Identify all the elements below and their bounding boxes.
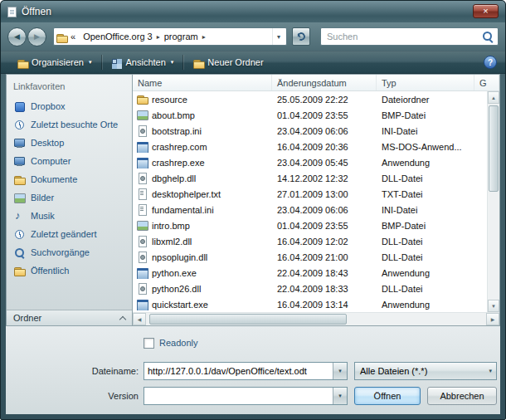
breadcrumb-folder-icon xyxy=(56,32,66,42)
version-label: Version xyxy=(6,391,139,401)
filename-input[interactable] xyxy=(144,366,333,376)
scroll-down-button[interactable]: ▼ xyxy=(488,300,499,312)
file-row-resource[interactable]: resource25.05.2009 22:22Dateiordner xyxy=(133,91,487,107)
file-row-desktophelper-txt[interactable]: desktophelper.txt27.01.2009 13:00TXT-Dat… xyxy=(133,186,487,202)
file-row-crashrep-exe[interactable]: crashrep.exe23.04.2009 05:45Anwendung xyxy=(133,154,487,170)
breadcrumb-item-openoffice-org-3[interactable]: OpenOffice.org 3 xyxy=(80,32,156,42)
file-date: 16.04.2009 20:36 xyxy=(272,142,377,152)
search-input[interactable] xyxy=(325,31,482,42)
file-row-intro-bmp[interactable]: intro.bmp01.04.2009 23:55BMP-Datei xyxy=(133,217,487,233)
monitor-icon xyxy=(13,155,26,168)
file-row-python-exe[interactable]: python.exe22.04.2009 18:43Anwendung xyxy=(133,265,487,281)
file-date: 23.04.2009 06:06 xyxy=(272,126,377,136)
file-date: 23.04.2009 06:06 xyxy=(272,205,377,215)
file-row-dbghelp-dll[interactable]: dbghelp.dll14.12.2002 12:32DLL-Datei xyxy=(133,170,487,186)
sidebar-item-computer[interactable]: Computer xyxy=(7,152,132,170)
file-row-libxml2-dll[interactable]: libxml2.dll16.04.2009 12:02DLL-Datei xyxy=(133,233,487,249)
file-date: 16.04.2009 21:00 xyxy=(272,252,377,262)
file-row-bootstrap-ini[interactable]: bootstrap.ini23.04.2009 06:06INI-Datei xyxy=(133,123,487,139)
column-header-g[interactable]: G xyxy=(474,75,499,90)
views-button[interactable]: Ansichten ▾ xyxy=(104,55,182,71)
file-row-quickstart-exe[interactable]: quickstart.exe16.04.2009 13:14Anwendung xyxy=(133,296,487,312)
titlebar[interactable]: Öffnen × xyxy=(1,1,505,22)
horizontal-scroll-track[interactable] xyxy=(146,313,486,325)
breadcrumb-separator-icon[interactable]: ▸ xyxy=(202,33,207,41)
sidebar-item-suchvorgaenge[interactable]: Suchvorgänge xyxy=(7,243,132,261)
file-row-crashrep-com[interactable]: crashrep.com16.04.2009 20:36MS-DOS-Anwen… xyxy=(133,139,487,154)
column-header-typ[interactable]: Typ xyxy=(377,75,474,90)
back-button[interactable]: ◀ xyxy=(7,27,27,46)
folders-expander[interactable]: Ordner xyxy=(7,310,132,325)
file-list: resource25.05.2009 22:22Dateiordnerabout… xyxy=(133,91,499,312)
forward-button[interactable]: ▶ xyxy=(27,27,46,46)
file-name: about.bmp xyxy=(152,110,195,120)
sidebar-item-bilder[interactable]: Bilder xyxy=(7,188,132,207)
scroll-left-button[interactable]: ◀ xyxy=(133,313,146,325)
file-date: 23.04.2009 05:45 xyxy=(272,158,377,168)
sidebar-item-oeffentlich[interactable]: Öffentlich xyxy=(7,261,132,280)
horizontal-scroll-thumb[interactable] xyxy=(149,314,347,325)
file-list-header: NameÄnderungsdatumTypG xyxy=(133,75,499,91)
file-date: 22.04.2009 18:43 xyxy=(272,268,377,278)
sidebar-item-musik[interactable]: Musik xyxy=(7,207,132,225)
breadcrumb[interactable]: « OpenOffice.org 3▸program▸ ▾ xyxy=(53,27,287,46)
breadcrumb-overflow-chevron[interactable]: « xyxy=(68,32,78,42)
scroll-up-button[interactable]: ▲ xyxy=(488,91,499,104)
magnifier-icon xyxy=(13,247,26,259)
cancel-button[interactable]: Abbrechen xyxy=(427,387,497,405)
file-list-rows: resource25.05.2009 22:22Dateiordnerabout… xyxy=(133,91,487,312)
file-name-cell: npsoplugin.dll xyxy=(133,251,272,263)
organize-button[interactable]: Organisieren ▾ xyxy=(9,55,100,71)
new-folder-icon xyxy=(192,57,203,68)
file-type: INI-Datei xyxy=(377,205,474,215)
version-input[interactable] xyxy=(144,391,333,401)
search-icon xyxy=(482,31,494,42)
sidebar-items: DropboxZuletzt besuchte OrteDesktopCompu… xyxy=(7,95,132,310)
new-folder-button[interactable]: Neuer Ordner xyxy=(185,55,270,71)
version-dropdown-button[interactable]: ▾ xyxy=(333,388,347,404)
column-header-name[interactable]: Name xyxy=(133,75,272,90)
scroll-right-button[interactable]: ▶ xyxy=(486,313,499,325)
sidebar-item-desktop[interactable]: Desktop xyxy=(7,134,132,152)
search-box[interactable] xyxy=(320,27,499,46)
file-row-npsoplugin-dll[interactable]: npsoplugin.dll16.04.2009 21:00DLL-Datei xyxy=(133,249,487,265)
txt-icon xyxy=(136,188,148,200)
gear-icon xyxy=(136,282,148,295)
readonly-row: Readonly xyxy=(144,336,500,349)
file-date: 27.01.2009 13:00 xyxy=(272,189,377,199)
sidebar-item-zuletzt-geaendert[interactable]: Zuletzt geändert xyxy=(7,225,132,243)
filetype-select[interactable]: Alle Dateien (*.*) ▾ xyxy=(354,362,497,380)
scroll-right-icon: ▶ xyxy=(491,316,495,322)
breadcrumb-item-program[interactable]: program xyxy=(161,32,202,42)
open-button[interactable]: Öffnen xyxy=(354,387,421,405)
breadcrumb-dropdown-button[interactable]: ▾ xyxy=(272,28,285,45)
file-type: DLL-Datei xyxy=(377,252,474,262)
vertical-scroll-track[interactable] xyxy=(488,104,499,300)
filename-combobox[interactable]: ▾ xyxy=(144,362,348,380)
sidebar-item-label: Suchvorgänge xyxy=(31,247,90,257)
file-name-cell: about.bmp xyxy=(133,109,272,121)
column-header-aenderungsdatum[interactable]: Änderungsdatum xyxy=(272,75,377,90)
navigation-bar: ◀ ▶ « OpenOffice.org 3▸program▸ ▾ xyxy=(1,22,505,51)
file-date: 01.04.2009 23:55 xyxy=(272,221,377,231)
file-type: Dateiordner xyxy=(377,95,474,105)
close-button[interactable]: × xyxy=(473,4,499,18)
filename-dropdown-button[interactable]: ▾ xyxy=(333,363,347,379)
vertical-scroll-thumb[interactable] xyxy=(489,105,499,192)
file-row-about-bmp[interactable]: about.bmp01.04.2009 23:55BMP-Datei xyxy=(133,107,487,123)
version-combobox[interactable]: ▾ xyxy=(144,387,348,405)
file-type: BMP-Datei xyxy=(377,221,474,231)
refresh-button[interactable] xyxy=(292,27,310,46)
readonly-label: Readonly xyxy=(159,338,197,348)
readonly-checkbox[interactable] xyxy=(144,338,154,349)
help-button[interactable]: ? xyxy=(484,56,497,69)
sidebar-item-dropbox[interactable]: Dropbox xyxy=(7,97,132,115)
file-row-fundamental-ini[interactable]: fundamental.ini23.04.2009 06:06INI-Datei xyxy=(133,202,487,217)
file-row-python26-dll[interactable]: python26.dll22.04.2009 18:33DLL-Datei xyxy=(133,281,487,296)
sidebar-item-label: Dokumente xyxy=(31,174,77,184)
file-name-cell: python26.dll xyxy=(133,282,272,295)
sidebar-item-zuletzt-besuchte-orte[interactable]: Zuletzt besuchte Orte xyxy=(7,115,132,134)
sidebar-item-dokumente[interactable]: Dokumente xyxy=(7,170,132,188)
horizontal-scrollbar[interactable]: ◀ ▶ xyxy=(133,312,499,325)
vertical-scrollbar[interactable]: ▲ ▼ xyxy=(487,91,499,312)
